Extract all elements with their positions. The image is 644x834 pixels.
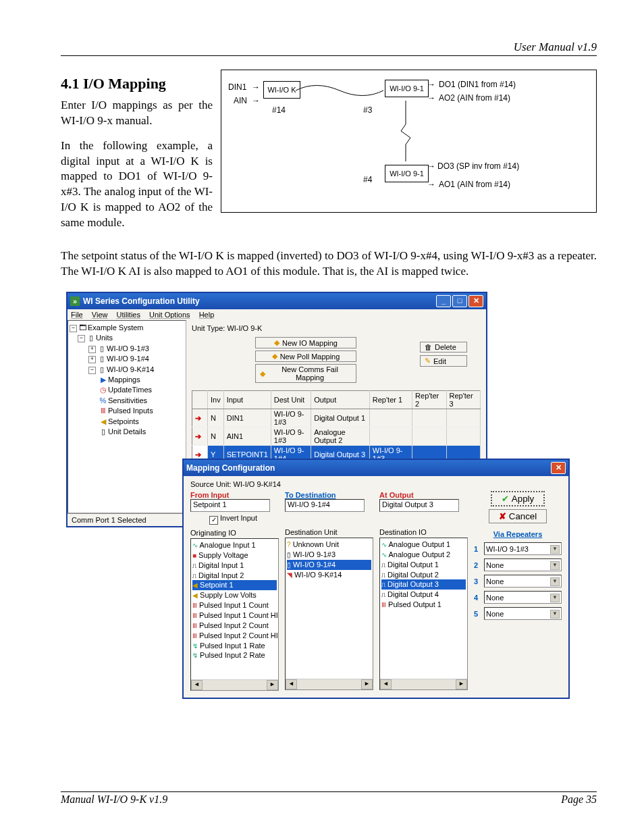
repeater-2-combo[interactable]: None bbox=[484, 558, 562, 571]
diagram-n3: #3 bbox=[363, 105, 372, 115]
diagram-ain-label: AIN bbox=[234, 96, 247, 105]
dialog-titlebar[interactable]: Mapping Configuration ✕ bbox=[184, 460, 568, 476]
scroll-left-icon[interactable]: ◄ bbox=[286, 679, 297, 689]
repeater-4-combo[interactable]: None bbox=[484, 591, 562, 604]
folder-icon: ▯ bbox=[87, 333, 95, 343]
dialog-title: Mapping Configuration bbox=[186, 463, 275, 473]
edit-icon: ✎ bbox=[425, 357, 431, 365]
col-r3[interactable]: Rep'ter 3 bbox=[446, 391, 480, 409]
tree-panel[interactable]: −🗔Example System −▯Units +▯WI-I/O 9-1#3 … bbox=[68, 320, 186, 513]
delete-button[interactable]: 🗑Delete bbox=[420, 342, 467, 353]
menu-view[interactable]: View bbox=[92, 311, 108, 319]
dest-unit-list[interactable]: ? Unknown Unit ▯ WI-I/O 9-1#3 ▯ WI-I/O 9… bbox=[285, 538, 373, 690]
expand-icon[interactable]: + bbox=[88, 356, 96, 363]
tree-root[interactable]: Example System bbox=[88, 323, 144, 332]
pulse-icon: Ⅲ bbox=[192, 622, 197, 629]
rep-num-2: 2 bbox=[474, 561, 481, 569]
col-input[interactable]: Input bbox=[223, 391, 271, 409]
tree-sens[interactable]: Sensitivities bbox=[108, 396, 147, 405]
arrow-icon: → bbox=[427, 93, 435, 103]
menu-file[interactable]: File bbox=[71, 311, 83, 319]
new-icon: ◆ bbox=[272, 352, 277, 361]
originating-io-list[interactable]: ∿ Analogue Input 1 ■ Supply Voltage ⎍ Di… bbox=[190, 538, 279, 691]
rep-num-4: 4 bbox=[474, 594, 481, 602]
menu-help[interactable]: Help bbox=[199, 311, 215, 319]
tree-u3[interactable]: WI-I/O 9-K#14 bbox=[107, 365, 154, 373]
repeater-3-combo[interactable]: None bbox=[484, 575, 562, 588]
col-output[interactable]: Output bbox=[311, 391, 370, 409]
pulse-icon: Ⅲ bbox=[99, 406, 107, 416]
rep-num-1: 1 bbox=[474, 545, 481, 553]
tree-pulsed[interactable]: Pulsed Inputs bbox=[108, 407, 153, 415]
table-row[interactable]: ➔ NDIN1WI-I/O 9-1#3Digital Output 1 bbox=[192, 409, 481, 427]
scroll-right-icon[interactable]: ► bbox=[361, 679, 373, 689]
diagram-node-3: WI-I/O 9-1 bbox=[385, 80, 429, 97]
destination-field[interactable]: WI-I/O 9-1#4 bbox=[285, 499, 365, 512]
menu-utilities[interactable]: Utilities bbox=[117, 311, 140, 319]
x-icon: ✘ bbox=[499, 511, 506, 521]
maximize-button[interactable]: □ bbox=[452, 295, 467, 307]
cancel-button[interactable]: ✘Cancel bbox=[489, 509, 547, 523]
arrow-icon: → bbox=[252, 82, 260, 92]
unit-icon: ▯ bbox=[287, 551, 291, 558]
tree-setpoints[interactable]: Setpoints bbox=[108, 417, 139, 425]
dest-io-list[interactable]: ∿ Analogue Output 1 ∿ Analogue Output 2 … bbox=[379, 538, 468, 690]
unit-type-label: Unit Type: WI-I/O 9-K bbox=[192, 324, 481, 332]
arrow-icon: → bbox=[427, 80, 435, 89]
new-comms-fail-button[interactable]: ◆New Comms Fail Mapping bbox=[255, 364, 356, 383]
source-unit-label: Source Unit: WI-I/O 9-K#14 bbox=[190, 480, 562, 488]
scroll-right-icon[interactable]: ► bbox=[456, 679, 467, 689]
list-scrollbar[interactable]: ◄► bbox=[380, 679, 467, 689]
col-dest[interactable]: Dest Unit bbox=[271, 391, 311, 409]
minimize-button[interactable]: _ bbox=[436, 295, 451, 307]
col-inv[interactable]: Inv bbox=[208, 391, 224, 409]
rate-icon: ↯ bbox=[192, 642, 198, 650]
list-scrollbar[interactable]: ◄► bbox=[191, 679, 278, 690]
tree-update[interactable]: UpdateTimes bbox=[108, 386, 152, 394]
new-poll-mapping-button[interactable]: ◆New Poll Mapping bbox=[255, 350, 356, 362]
section-heading: 4.1 I/O Mapping bbox=[61, 74, 213, 94]
diagram-ao2: AO2 (AIN from #14) bbox=[439, 93, 510, 103]
new-icon: ◆ bbox=[260, 369, 265, 378]
collapse-icon[interactable]: − bbox=[78, 335, 85, 342]
collapse-icon[interactable]: − bbox=[70, 325, 77, 332]
from-input-field[interactable]: Setpoint 1 bbox=[190, 499, 270, 512]
dialog-close-button[interactable]: ✕ bbox=[551, 462, 566, 474]
scroll-left-icon[interactable]: ◄ bbox=[380, 679, 392, 689]
analog-icon: ∿ bbox=[381, 541, 387, 548]
scroll-right-icon[interactable]: ► bbox=[267, 680, 278, 690]
percent-icon: % bbox=[99, 396, 107, 406]
new-io-mapping-button[interactable]: ◆New IO Mapping bbox=[255, 337, 356, 348]
list-scrollbar[interactable]: ◄► bbox=[286, 679, 373, 689]
invert-label: Invert Input bbox=[220, 514, 257, 522]
tree-mappings[interactable]: Mappings bbox=[108, 375, 140, 384]
diagram-ao1: AO1 (AIN from #14) bbox=[439, 180, 510, 189]
menu-unit-options[interactable]: Unit Options bbox=[149, 311, 190, 319]
row-arrow-icon: ➔ bbox=[195, 450, 201, 459]
repeater-1-combo[interactable]: WI-I/O 9-1#3 bbox=[484, 542, 562, 555]
tree-u2[interactable]: WI-I/O 9-1#4 bbox=[107, 355, 149, 363]
system-icon: 🗔 bbox=[79, 323, 86, 333]
close-button[interactable]: ✕ bbox=[468, 295, 483, 307]
tree-u1[interactable]: WI-I/O 9-1#3 bbox=[107, 344, 149, 353]
window-titlebar[interactable]: » WI Series Configuration Utility _ □ ✕ bbox=[68, 293, 486, 309]
clock-icon: ◷ bbox=[99, 385, 107, 395]
scroll-left-icon[interactable]: ◄ bbox=[191, 680, 203, 690]
edit-button[interactable]: ✎Edit bbox=[420, 355, 467, 367]
output-field[interactable]: Digital Output 3 bbox=[379, 499, 459, 512]
body-p3: The setpoint status of the WI-I/O K is m… bbox=[61, 249, 597, 280]
tree-units[interactable]: Units bbox=[96, 334, 113, 342]
intro-column: 4.1 I/O Mapping Enter I/O mappings as pe… bbox=[61, 70, 213, 240]
expand-icon[interactable]: + bbox=[88, 346, 96, 353]
tree-unit-details[interactable]: Unit Details bbox=[108, 427, 146, 436]
config-utility-window: » WI Series Configuration Utility _ □ ✕ … bbox=[66, 292, 487, 527]
collapse-icon[interactable]: − bbox=[88, 367, 96, 374]
table-row[interactable]: ➔ NAIN1WI-I/O 9-1#3Analogue Output 2 bbox=[192, 427, 481, 446]
invert-checkbox[interactable]: ✓ bbox=[209, 516, 218, 525]
repeater-5-combo[interactable]: None bbox=[484, 607, 562, 620]
apply-button[interactable]: ✔Apply bbox=[491, 491, 545, 506]
col-r2[interactable]: Rep'ter 2 bbox=[412, 391, 446, 409]
col-r1[interactable]: Rep'ter 1 bbox=[369, 391, 412, 409]
io-mapping-diagram: DIN1 → AIN → WI-I/O K #14 WI-I/O 9-1 #3 … bbox=[221, 70, 597, 213]
footer-left: Manual WI-I/O 9-K v1.9 bbox=[61, 793, 167, 806]
